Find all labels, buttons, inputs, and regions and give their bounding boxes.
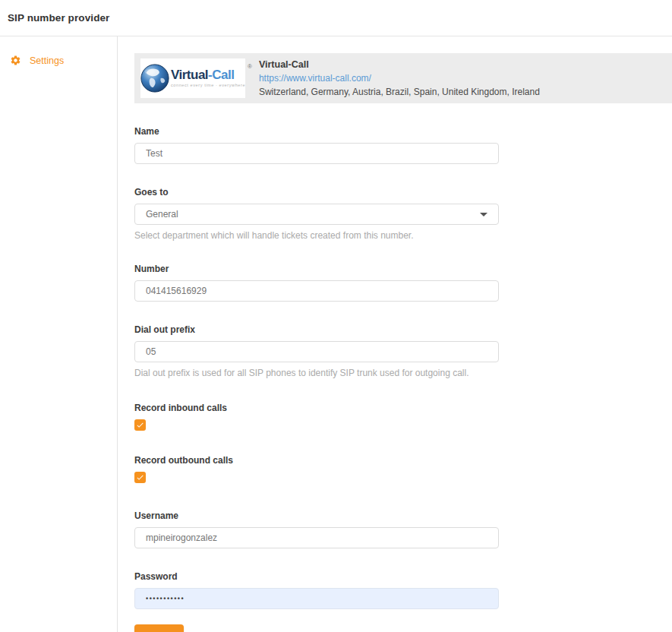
- sidebar-item-settings[interactable]: Settings: [0, 52, 117, 69]
- provider-title: Virtual-Call: [259, 59, 540, 70]
- chevron-down-icon: [480, 213, 487, 216]
- record-inbound-checkbox[interactable]: [134, 419, 146, 431]
- name-input[interactable]: [134, 143, 499, 164]
- check-icon: [136, 473, 144, 482]
- registered-trademark-mark: ®: [248, 63, 252, 70]
- username-label: Username: [134, 510, 499, 521]
- goes-to-label: Goes to: [134, 187, 499, 198]
- page-header: SIP number provider: [0, 0, 672, 36]
- username-input[interactable]: [134, 527, 499, 548]
- record-outbound-label: Record outbound calls: [134, 455, 499, 466]
- logo-tagline: connect every time · everywhere: [171, 84, 245, 88]
- name-label: Name: [134, 126, 499, 137]
- goes-to-selected-value: General: [146, 209, 178, 220]
- record-inbound-label: Record inbound calls: [134, 403, 499, 413]
- goes-to-select[interactable]: General: [134, 204, 499, 225]
- name-field-group: Name: [134, 126, 499, 164]
- sidebar: Settings: [0, 36, 118, 632]
- dial-out-prefix-input[interactable]: [134, 341, 499, 362]
- sidebar-item-label: Settings: [30, 55, 64, 66]
- virtual-call-logo: Virtual-Call connect every time · everyw…: [140, 58, 245, 98]
- globe-icon: [140, 64, 169, 93]
- goes-to-helper-text: Select department which will handle tick…: [134, 230, 499, 241]
- password-field-group: Password: [134, 571, 499, 609]
- sip-provider-form: Name Goes to General Select department w…: [134, 126, 499, 632]
- record-outbound-checkbox[interactable]: [134, 472, 146, 483]
- add-button[interactable]: ADD: [134, 624, 184, 632]
- password-input[interactable]: [134, 588, 499, 609]
- main-content: Virtual-Call connect every time · everyw…: [118, 36, 672, 632]
- username-field-group: Username: [134, 510, 499, 548]
- record-inbound-group: Record inbound calls: [134, 403, 499, 431]
- dial-out-prefix-field-group: Dial out prefix Dial out prefix is used …: [134, 324, 499, 378]
- check-icon: [136, 421, 144, 429]
- dial-out-prefix-label: Dial out prefix: [134, 324, 499, 335]
- provider-countries: Switzerland, Germany, Austria, Brazil, S…: [259, 87, 540, 97]
- page-title: SIP number provider: [8, 12, 109, 24]
- number-input[interactable]: [134, 280, 499, 302]
- record-outbound-group: Record outbound calls: [134, 455, 499, 483]
- password-label: Password: [134, 571, 499, 582]
- provider-url-link[interactable]: https://www.virtual-call.com/: [259, 73, 540, 84]
- dial-out-prefix-helper-text: Dial out prefix is used for all SIP phon…: [134, 368, 499, 378]
- number-field-group: Number: [134, 264, 499, 302]
- provider-card: Virtual-Call connect every time · everyw…: [134, 53, 672, 103]
- gear-icon: [10, 55, 21, 66]
- logo-wordmark: Virtual-Call: [171, 68, 245, 81]
- number-label: Number: [134, 264, 499, 274]
- goes-to-field-group: Goes to General Select department which …: [134, 187, 499, 241]
